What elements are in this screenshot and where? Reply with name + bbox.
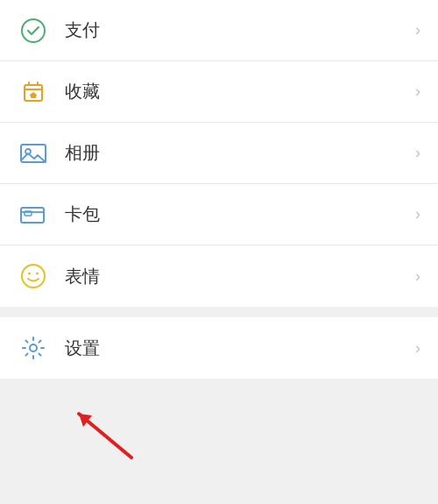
bottom-area <box>0 379 438 504</box>
menu-item-collect[interactable]: 收藏 › <box>0 61 438 123</box>
svg-point-9 <box>30 344 37 351</box>
arrow-annotation <box>53 396 140 466</box>
card-icon <box>18 199 49 231</box>
svg-point-7 <box>28 273 31 275</box>
svg-point-8 <box>36 273 39 275</box>
menu-item-pay[interactable]: 支付 › <box>0 0 438 61</box>
menu-label-emoji: 表情 <box>65 265 415 288</box>
collect-icon <box>18 76 49 108</box>
menu-item-settings[interactable]: 设置 › <box>0 317 438 379</box>
menu-item-card[interactable]: 卡包 › <box>0 184 438 245</box>
settings-section: 设置 › <box>0 317 438 379</box>
menu-label-album: 相册 <box>65 141 415 165</box>
menu-item-album[interactable]: 相册 › <box>0 123 438 184</box>
svg-point-6 <box>22 265 45 287</box>
menu-label-card: 卡包 <box>65 202 415 226</box>
menu-item-emoji[interactable]: 表情 › <box>0 245 438 307</box>
chevron-card: › <box>415 205 420 224</box>
settings-icon <box>18 332 49 364</box>
chevron-pay: › <box>415 21 420 39</box>
menu-label-pay: 支付 <box>65 18 415 42</box>
chevron-settings: › <box>415 339 420 358</box>
pay-icon <box>18 15 49 46</box>
menu-label-settings: 设置 <box>65 337 415 360</box>
menu-label-collect: 收藏 <box>65 80 415 103</box>
chevron-collect: › <box>415 82 420 101</box>
chevron-album: › <box>415 144 420 162</box>
emoji-icon <box>18 260 49 292</box>
album-icon <box>18 138 49 169</box>
chevron-emoji: › <box>415 267 420 286</box>
section-divider <box>0 307 438 317</box>
svg-point-0 <box>22 19 45 42</box>
